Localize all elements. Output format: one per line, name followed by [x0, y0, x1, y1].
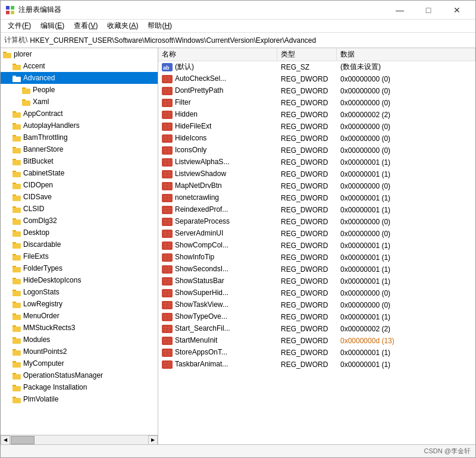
svg-rect-45: [12, 291, 21, 296]
svg-text:ab: ab: [163, 65, 170, 71]
table-row[interactable]: HideIconsREG_DWORD0x00000000 (0): [158, 133, 475, 145]
col-header-name[interactable]: 名称: [158, 48, 277, 61]
tree-item-13[interactable]: CLSID: [1, 203, 158, 215]
tree-item-15[interactable]: Desktop: [1, 227, 158, 239]
tree-container[interactable]: plorerAccentAdvancedPeopleXamlAppContrac…: [1, 48, 158, 435]
tree-item-label: Advanced: [23, 74, 55, 82]
col-header-data[interactable]: 数据: [337, 48, 475, 61]
tree-item-2[interactable]: Advanced: [1, 72, 158, 84]
tree-item-5[interactable]: AppContract: [1, 108, 158, 120]
tree-item-23[interactable]: MMStuckRects3: [1, 322, 158, 334]
tree-item-22[interactable]: MenuOrder: [1, 310, 158, 322]
table-row[interactable]: ShowInfoTipREG_DWORD0x00000001 (1): [158, 252, 475, 263]
tree-item-25[interactable]: MountPoints2: [1, 346, 158, 357]
table-row[interactable]: ShowTypeOve...REG_DWORD0x00000001 (1): [158, 311, 475, 323]
menu-view[interactable]: 查看(V): [69, 20, 102, 32]
scroll-thumb[interactable]: [11, 436, 35, 444]
scroll-right-btn[interactable]: ▶: [148, 435, 158, 445]
tree-item-10[interactable]: CabinetState: [1, 167, 158, 179]
tree-item-24[interactable]: Modules: [1, 334, 158, 346]
col-header-type[interactable]: 类型: [277, 48, 337, 61]
svg-rect-91: [162, 134, 173, 143]
tree-item-0[interactable]: plorer: [1, 48, 158, 60]
tree-item-3[interactable]: People: [1, 84, 158, 96]
tree-item-21[interactable]: LowRegistry: [1, 298, 158, 310]
tree-item-9[interactable]: BitBucket: [1, 155, 158, 167]
tree-item-4[interactable]: Xaml: [1, 96, 158, 108]
cell-name-20: ShowTaskView...: [158, 300, 277, 309]
table-row[interactable]: ShowCompCol...REG_DWORD0x00000001 (1): [158, 240, 475, 252]
tree-item-29[interactable]: PlmVolatile: [1, 393, 158, 405]
cell-name-23: StartMenuInit: [158, 336, 277, 345]
table-row[interactable]: SeparateProcessREG_DWORD0x00000000 (0): [158, 216, 475, 228]
tree-item-1[interactable]: Accent: [1, 60, 158, 72]
value-name-text: IconsOnly: [175, 146, 206, 154]
scroll-left-btn[interactable]: ◀: [1, 435, 10, 445]
table-row[interactable]: ShowTaskView...REG_DWORD0x00000000 (0): [158, 299, 475, 311]
tree-item-28[interactable]: Package Installation: [1, 381, 158, 393]
table-row[interactable]: DontPrettyPathREG_DWORD0x00000000 (0): [158, 85, 475, 97]
tree-item-19[interactable]: HideDesktopIcons: [1, 274, 158, 286]
table-row[interactable]: ShowStatusBarREG_DWORD0x00000001 (1): [158, 275, 475, 287]
minimize-button[interactable]: —: [386, 1, 414, 19]
svg-rect-57: [12, 362, 21, 368]
table-row[interactable]: ab(默认)REG_SZ(数值未设置): [158, 61, 475, 73]
table-row[interactable]: ShowSecondsI...REG_DWORD0x00000001 (1): [158, 263, 475, 275]
table-row[interactable]: ListviewAlphaS...REG_DWORD0x00000001 (1): [158, 156, 475, 168]
tree-item-label: CIDSave: [23, 193, 52, 201]
table-row[interactable]: Start_SearchFil...REG_DWORD0x00000002 (2…: [158, 323, 475, 335]
reg-value-icon: [162, 324, 173, 333]
tree-item-18[interactable]: FolderTypes: [1, 262, 158, 274]
folder-icon: [12, 62, 21, 70]
table-row[interactable]: HiddenREG_DWORD0x00000002 (2): [158, 109, 475, 121]
value-name-text: HideFileExt: [175, 122, 211, 130]
menu-edit[interactable]: 编辑(E): [36, 20, 69, 32]
tree-item-11[interactable]: CIDOpen: [1, 179, 158, 191]
tree-item-17[interactable]: FileExts: [1, 250, 158, 262]
menu-favorites[interactable]: 收藏夹(A): [102, 20, 143, 32]
window-title: 注册表编辑器: [18, 5, 61, 15]
table-row[interactable]: FilterREG_DWORD0x00000000 (0): [158, 97, 475, 109]
cell-name-12: ReindexedProf...: [158, 205, 277, 214]
cell-type-8: REG_DWORD: [277, 158, 337, 167]
maximize-button[interactable]: □: [415, 1, 442, 19]
tree-item-8[interactable]: BannerStore: [1, 143, 158, 155]
svg-rect-59: [12, 374, 21, 379]
table-row[interactable]: ShowSuperHid...REG_DWORD0x00000000 (0): [158, 287, 475, 299]
menu-help[interactable]: 帮助(H): [143, 20, 177, 32]
table-row[interactable]: ReindexedProf...REG_DWORD0x00000001 (1): [158, 204, 475, 216]
folder-icon: [12, 335, 21, 344]
left-panel-scrollbar[interactable]: ◀ ▶: [1, 435, 158, 444]
table-row[interactable]: StartMenuInitREG_DWORD0x0000000d (13): [158, 335, 475, 347]
menu-file[interactable]: 文件(F): [3, 20, 36, 32]
table-row[interactable]: HideFileExtREG_DWORD0x00000000 (0): [158, 121, 475, 133]
tree-item-6[interactable]: AutoplayHandlers: [1, 120, 158, 131]
folder-icon: [12, 300, 21, 308]
svg-rect-17: [12, 124, 21, 130]
table-row[interactable]: TaskbarAnimat...REG_DWORD0x00000001 (1): [158, 359, 475, 371]
tree-item-14[interactable]: ComDlg32: [1, 215, 158, 227]
close-button[interactable]: ✕: [443, 1, 471, 19]
tree-item-7[interactable]: BamThrottling: [1, 131, 158, 143]
table-row[interactable]: IconsOnlyREG_DWORD0x00000000 (0): [158, 145, 475, 156]
tree-item-26[interactable]: MyComputer: [1, 357, 158, 369]
tree-item-20[interactable]: LogonStats: [1, 286, 158, 298]
table-row[interactable]: ServerAdminUIREG_DWORD0x00000000 (0): [158, 228, 475, 240]
tree-item-16[interactable]: Discardable: [1, 239, 158, 250]
table-row[interactable]: AutoCheckSel...REG_DWORD0x00000000 (0): [158, 73, 475, 85]
tree-item-12[interactable]: CIDSave: [1, 191, 158, 203]
cell-type-25: REG_DWORD: [277, 360, 337, 369]
table-row[interactable]: ListviewShadowREG_DWORD0x00000001 (1): [158, 168, 475, 180]
table-row[interactable]: StoreAppsOnT...REG_DWORD0x00000001 (1): [158, 347, 475, 359]
svg-rect-23: [12, 160, 21, 165]
cell-type-19: REG_DWORD: [277, 289, 337, 297]
cell-name-5: HideFileExt: [158, 122, 277, 131]
svg-rect-116: [162, 194, 173, 202]
tree-item-27[interactable]: OperationStatusManager: [1, 369, 158, 381]
cell-type-0: REG_SZ: [277, 63, 337, 71]
table-row[interactable]: MapNetDrvBtnREG_DWORD0x00000000 (0): [158, 180, 475, 192]
folder-icon: [12, 205, 21, 213]
value-name-text: AutoCheckSel...: [175, 74, 226, 83]
table-container[interactable]: ab(默认)REG_SZ(数值未设置)AutoCheckSel...REG_DW…: [158, 61, 475, 444]
table-row[interactable]: nonetcrawlingREG_DWORD0x00000001 (1): [158, 192, 475, 204]
